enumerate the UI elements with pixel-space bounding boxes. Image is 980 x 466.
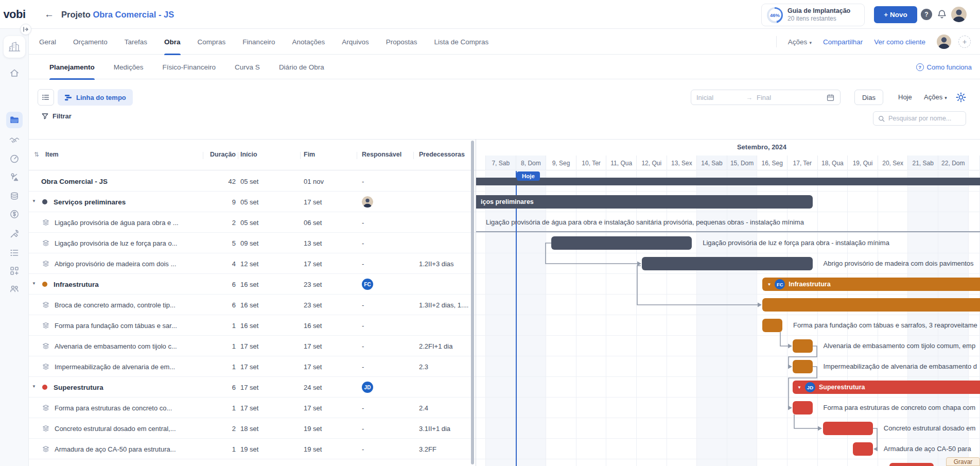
responsible-cell[interactable]: - <box>362 342 364 350</box>
dollar-icon[interactable] <box>9 209 20 219</box>
group-collapse-caret[interactable]: ▼ <box>767 282 771 287</box>
gantt-bar-task[interactable] <box>793 401 813 415</box>
task-name[interactable]: Abrigo provisório de madeira com dois ..… <box>55 260 176 268</box>
gauge-icon[interactable] <box>9 153 20 164</box>
table-row[interactable]: Forma para estruturas de concreto co...1… <box>29 398 476 418</box>
end-cell[interactable]: 16 set <box>304 322 322 330</box>
gantt-bar-task[interactable] <box>762 319 782 332</box>
responsible-cell[interactable]: - <box>362 219 364 227</box>
start-cell[interactable]: 17 set <box>240 363 258 371</box>
col-responsavel[interactable]: Responsável <box>362 151 401 158</box>
home-icon[interactable] <box>9 68 20 78</box>
table-row[interactable]: Alvenaria de embasamento com tijolo c...… <box>29 336 476 356</box>
table-row[interactable]: ▼Serviços preliminares905 set17 set <box>29 192 476 212</box>
col-inicio[interactable]: Início <box>240 151 257 158</box>
handshake-icon[interactable] <box>9 135 20 146</box>
table-row[interactable]: ▼Superestrutura617 set24 setJD <box>29 377 476 398</box>
start-cell[interactable]: 16 set <box>240 281 258 288</box>
responsible-cell[interactable]: - <box>362 260 364 268</box>
subtab-planejamento[interactable]: Planejamento <box>49 55 95 79</box>
implementation-guide-card[interactable]: 46% Guia de Implantação 20 itens restant… <box>761 4 865 26</box>
tab-lista-de-compras[interactable]: Lista de Compras <box>434 29 489 55</box>
start-cell[interactable]: 16 set <box>240 301 258 309</box>
construction-worker-icon[interactable] <box>9 172 20 182</box>
duration-cell[interactable]: 1 <box>199 342 236 350</box>
tab-propostas[interactable]: Propostas <box>386 29 417 55</box>
add-member-button[interactable]: + <box>958 36 971 48</box>
responsible-avatar[interactable]: FC <box>362 279 373 290</box>
compartilhar-link[interactable]: Compartilhar <box>823 38 863 46</box>
duration-cell[interactable]: 4 <box>199 260 236 268</box>
coins-icon[interactable] <box>9 191 20 201</box>
task-name[interactable]: Ligação provisória de água para obra e .… <box>55 219 179 227</box>
table-row[interactable]: Ligação provisória de água para obra e .… <box>29 212 476 233</box>
group-collapse-caret[interactable]: ▼ <box>797 385 801 390</box>
responsible-cell[interactable]: - <box>362 404 364 412</box>
task-name[interactable]: Broca de concreto armado, controle tip..… <box>55 301 176 309</box>
end-cell[interactable]: 13 set <box>304 239 322 247</box>
start-cell[interactable]: 09 set <box>240 239 258 247</box>
company-logo[interactable] <box>4 36 25 58</box>
tab-anotacoes[interactable]: Anotações <box>292 29 325 55</box>
table-row[interactable]: Abrigo provisório de madeira com dois ..… <box>29 253 476 274</box>
user-avatar[interactable] <box>951 7 967 22</box>
start-cell[interactable]: 18 set <box>240 425 258 433</box>
task-name[interactable]: Obra Comercial - JS <box>41 178 108 185</box>
gantt-bar-task[interactable] <box>551 236 692 250</box>
search-input[interactable] <box>888 115 961 122</box>
start-cell[interactable]: 16 set <box>240 322 258 330</box>
gantt-bar-task[interactable] <box>823 422 873 435</box>
duration-cell[interactable]: 6 <box>199 384 236 391</box>
gantt-bar-task[interactable] <box>793 360 813 373</box>
calendar-icon[interactable] <box>826 93 835 102</box>
task-name[interactable]: Alvenaria de embasamento com tijolo c... <box>55 342 177 350</box>
task-name[interactable]: Forma para fundação com tábuas e sar... <box>55 322 177 330</box>
acoes-dropdown[interactable]: Ações▾ <box>788 38 812 46</box>
table-row[interactable]: Obra Comercial - JS4205 set01 nov- <box>29 171 476 192</box>
end-cell[interactable]: 17 set <box>304 404 322 412</box>
duration-cell[interactable]: 1 <box>199 404 236 412</box>
end-cell[interactable]: 01 nov <box>304 178 324 185</box>
responsible-cell[interactable]: - <box>362 425 364 433</box>
gravar-button[interactable]: Gravar <box>946 457 980 466</box>
gantt-bar-group[interactable]: ▼FCInfraestrutura <box>762 278 980 291</box>
start-date-input[interactable] <box>696 94 742 101</box>
timeline-view-button[interactable]: Linha do tempo <box>58 89 133 106</box>
table-row[interactable]: Armadura de aço CA-50 para estrutura...1… <box>29 439 476 459</box>
ver-como-cliente-link[interactable]: Ver como cliente <box>874 38 925 46</box>
gantt-bar-task[interactable] <box>642 257 813 270</box>
end-cell[interactable]: 19 set <box>304 445 322 453</box>
como-funciona-link[interactable]: ? Como funciona <box>916 55 972 79</box>
tab-arquivos[interactable]: Arquivos <box>342 29 369 55</box>
responsible-avatar[interactable] <box>362 196 373 208</box>
end-cell[interactable]: 17 set <box>304 260 322 268</box>
subtab-fisico-financeiro[interactable]: Físico-Financeiro <box>163 55 216 79</box>
caret-down-icon[interactable]: ▼ <box>32 281 36 286</box>
dias-scale-button[interactable]: Dias <box>854 90 883 105</box>
duration-cell[interactable]: 1 <box>199 445 236 453</box>
tab-tarefas[interactable]: Tarefas <box>125 29 147 55</box>
new-button[interactable]: + Novo <box>874 6 917 23</box>
end-cell[interactable]: 23 set <box>304 281 322 288</box>
end-cell[interactable]: 19 set <box>304 425 322 433</box>
filter-button[interactable]: Filtrar <box>41 112 72 120</box>
duration-cell[interactable]: 1 <box>199 322 236 330</box>
bell-icon[interactable] <box>936 9 948 20</box>
caret-down-icon[interactable]: ▼ <box>32 199 36 203</box>
subtab-curva-s[interactable]: Curva S <box>235 55 260 79</box>
col-fim[interactable]: Fim <box>304 151 315 158</box>
duration-cell[interactable]: 6 <box>199 281 236 288</box>
subtab-diario-de-obra[interactable]: Diário de Obra <box>279 55 324 79</box>
gantt-acoes-dropdown[interactable]: Ações▾ <box>924 93 947 101</box>
end-cell[interactable]: 17 set <box>304 363 322 371</box>
duration-cell[interactable]: 6 <box>199 301 236 309</box>
predecessors-cell[interactable]: 1.3II+2 dias, 1.... <box>419 301 474 309</box>
sidebar-expand-button[interactable] <box>20 24 31 35</box>
duration-cell[interactable]: 5 <box>199 239 236 247</box>
col-predecessoras[interactable]: Predecessoras <box>419 151 465 158</box>
start-cell[interactable]: 05 set <box>240 178 258 185</box>
table-row[interactable]: Impermeabilização de alvenaria de em...1… <box>29 356 476 377</box>
responsible-cell[interactable]: - <box>362 301 364 309</box>
end-cell[interactable]: 24 set <box>304 384 322 391</box>
predecessors-cell[interactable]: 2.2FI+1 dia <box>419 342 474 350</box>
